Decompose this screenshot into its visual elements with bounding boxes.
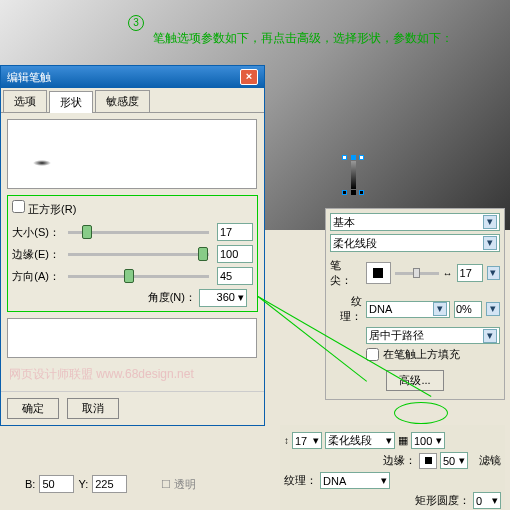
- center-path-combo[interactable]: 居中于路径▾: [366, 327, 500, 344]
- stroke-panel: 基本▾ 柔化线段▾ 笔尖： ↔ ▾ 纹理： DNA▾ ▾ 居中于路径▾ 在笔触上…: [325, 208, 505, 400]
- arrow-left-right-icon: ↔: [443, 268, 453, 279]
- step-number-badge: 3: [128, 15, 144, 31]
- watermark-text: 网页设计师联盟 www.68design.net: [9, 366, 256, 383]
- fill-above-checkbox[interactable]: [366, 348, 379, 361]
- bottom-size-combo[interactable]: 17▾: [292, 432, 322, 449]
- brush-preview-mark: [33, 160, 51, 166]
- tip-label: 笔尖：: [330, 258, 362, 288]
- tab-shape[interactable]: 形状: [49, 91, 93, 113]
- edge-input[interactable]: [217, 245, 253, 263]
- opacity-combo[interactable]: 100▾: [411, 432, 445, 449]
- b-input[interactable]: [39, 475, 74, 493]
- tip-preview[interactable]: [366, 262, 391, 284]
- bottom-type-combo[interactable]: 柔化线段▾: [325, 432, 395, 449]
- size-label: 大小(S)：: [12, 225, 60, 240]
- y-input[interactable]: [92, 475, 127, 493]
- bottom-texture-label: 纹理：: [284, 473, 317, 488]
- rect-round-label: 矩形圆度：: [415, 493, 470, 508]
- bottom-stroke-panel: ↕ 17▾ 柔化线段▾ ▦ 100▾ 边缘： 50▾ 滤镜 纹理： DNA▾ 矩…: [280, 425, 505, 510]
- texture-label: 纹理：: [330, 294, 362, 324]
- aspect-label: 方向(A)：: [12, 269, 60, 284]
- tip-size-input[interactable]: [457, 264, 483, 282]
- bottom-edge-combo[interactable]: 50▾: [440, 452, 468, 469]
- tab-options[interactable]: 选项: [3, 90, 47, 112]
- stroke-type-combo[interactable]: 柔化线段▾: [330, 234, 500, 252]
- y-label: Y:: [78, 478, 88, 490]
- bottom-edge-label: 边缘：: [383, 453, 416, 468]
- rect-round-combo[interactable]: 0▾: [473, 492, 501, 509]
- angle-label: 角度(N)：: [148, 291, 196, 303]
- edge-label: 边缘(E)：: [12, 247, 60, 262]
- transparent-option[interactable]: ☐ 透明: [161, 477, 196, 492]
- step-instruction: 笔触选项参数如下，再点击高级，选择形状，参数如下：: [153, 30, 453, 47]
- edit-brush-dialog: 编辑笔触 × 选项 形状 敏感度 正方形(R) 大小(S)： 边缘(E)： 方向…: [0, 65, 265, 426]
- chevron-down-icon: ▾: [483, 236, 497, 250]
- fill-above-label: 在笔触上方填充: [383, 347, 460, 362]
- coord-strip: B: Y: ☐ 透明: [25, 475, 196, 493]
- canvas-brush-cursor: [342, 155, 364, 195]
- square-label: 正方形(R): [28, 203, 76, 215]
- tip-slider[interactable]: [395, 272, 439, 275]
- dialog-tabs: 选项 形状 敏感度: [1, 88, 264, 113]
- cancel-button[interactable]: 取消: [67, 398, 119, 419]
- close-icon[interactable]: ×: [240, 69, 258, 85]
- brush-preview: [7, 119, 257, 189]
- arrow-up-down-icon: ↕: [284, 435, 289, 446]
- advanced-button[interactable]: 高级...: [386, 370, 443, 391]
- texture-pct-input[interactable]: [454, 301, 482, 318]
- aspect-slider[interactable]: [68, 275, 209, 278]
- size-input[interactable]: [217, 223, 253, 241]
- texture-combo[interactable]: DNA▾: [366, 301, 450, 318]
- chevron-down-icon[interactable]: ▾: [487, 266, 500, 280]
- highlight-circle: [394, 402, 448, 424]
- tab-sensitivity[interactable]: 敏感度: [95, 90, 150, 112]
- bottom-texture-combo[interactable]: DNA▾: [320, 472, 390, 489]
- edge-preview[interactable]: [419, 453, 437, 469]
- chevron-down-icon: ▾: [483, 215, 497, 229]
- b-label: B:: [25, 478, 35, 490]
- opacity-icon: ▦: [398, 434, 408, 447]
- stroke-category-combo[interactable]: 基本▾: [330, 213, 500, 231]
- shape-params-highlight: 正方形(R) 大小(S)： 边缘(E)： 方向(A)： 角度(N)： 360 ▾: [7, 195, 258, 312]
- edge-slider[interactable]: [68, 253, 209, 256]
- dialog-title: 编辑笔触: [7, 70, 51, 85]
- dialog-titlebar[interactable]: 编辑笔触 ×: [1, 66, 264, 88]
- ok-button[interactable]: 确定: [7, 398, 59, 419]
- notes-textarea[interactable]: [7, 318, 257, 358]
- square-checkbox[interactable]: [12, 200, 25, 213]
- aspect-input[interactable]: [217, 267, 253, 285]
- filter-label: 滤镜: [479, 453, 501, 468]
- size-slider[interactable]: [68, 231, 209, 234]
- angle-combo[interactable]: 360 ▾: [199, 289, 247, 307]
- chevron-down-icon[interactable]: ▾: [486, 302, 500, 316]
